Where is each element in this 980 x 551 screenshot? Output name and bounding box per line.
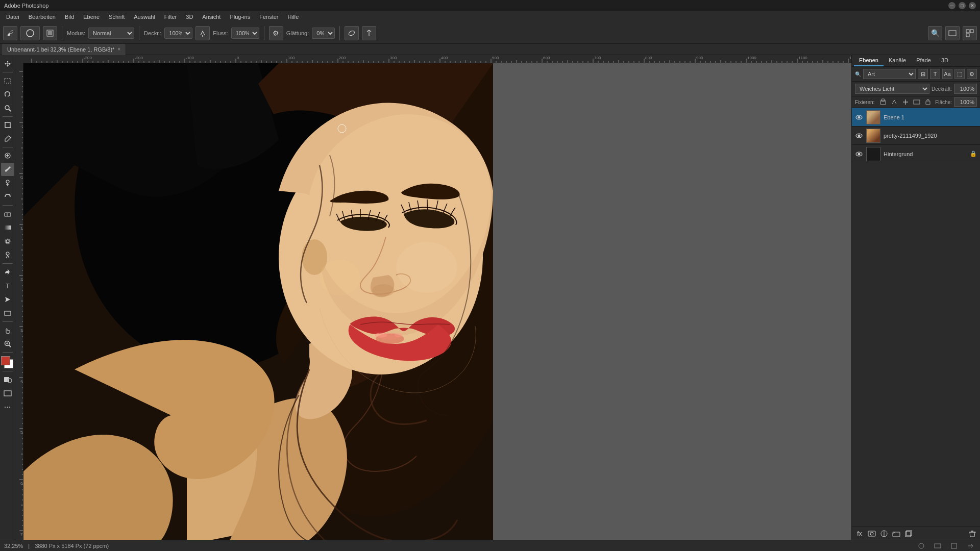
status-icon-4[interactable]: [965, 540, 976, 552]
tool-hand[interactable]: [1, 323, 14, 337]
tool-healing[interactable]: [1, 149, 14, 162]
new-layer-button[interactable]: [903, 528, 914, 539]
modus-select[interactable]: Normal Auflösen Abdunkeln Multiplizieren…: [88, 28, 134, 39]
tool-screen-mode[interactable]: [1, 387, 14, 400]
status-icon-2[interactable]: [932, 540, 943, 552]
tool-move[interactable]: [1, 57, 14, 70]
fill-input[interactable]: [954, 97, 977, 107]
svg-point-10: [5, 106, 9, 110]
tab-ebenen[interactable]: Ebenen: [854, 55, 884, 66]
menu-schrift[interactable]: Schrift: [105, 13, 129, 21]
add-mask-button[interactable]: [866, 528, 877, 539]
layer-visibility-pretty[interactable]: [855, 132, 863, 140]
filter-icon-btn-4[interactable]: ⬚: [954, 69, 965, 79]
blend-mode-select[interactable]: Weiches Licht Normal Multiplizieren Aufh…: [855, 84, 929, 94]
canvas-area[interactable]: // Ruler ticks will be generated in JS b…: [15, 55, 851, 540]
fluss-select[interactable]: 100%: [231, 28, 259, 39]
tool-text[interactable]: T: [1, 279, 14, 292]
lock-transparent-btn[interactable]: [878, 97, 888, 107]
tool-quick-mask[interactable]: [1, 373, 14, 386]
tool-eyedropper[interactable]: [1, 132, 14, 145]
tool-clone-stamp[interactable]: [1, 177, 14, 190]
layer-item-hintergrund[interactable]: Hintergrund 🔒: [852, 145, 980, 163]
search-btn[interactable]: 🔍: [928, 26, 942, 40]
smoothing-settings-btn[interactable]: ⚙: [269, 26, 283, 40]
layer-item-ebene1[interactable]: Ebene 1: [852, 108, 980, 127]
filter-icon-btn-2[interactable]: T: [930, 69, 940, 79]
filter-select[interactable]: Art: [863, 69, 916, 79]
tool-zoom[interactable]: [1, 337, 14, 350]
add-group-button[interactable]: [891, 528, 902, 539]
deckraft-select[interactable]: 100%: [164, 28, 192, 39]
svg-point-20: [6, 240, 9, 243]
layer-visibility-ebene1[interactable]: [855, 113, 863, 121]
menu-plugins[interactable]: Plug-ins: [226, 13, 254, 21]
menu-auswahl[interactable]: Auswahl: [130, 13, 159, 21]
glattung-label: Glättung:: [286, 30, 309, 36]
menu-hilfe[interactable]: Hilfe: [283, 13, 303, 21]
tool-shape[interactable]: [1, 307, 14, 320]
tool-marquee[interactable]: [1, 74, 14, 87]
svg-rect-23: [5, 311, 11, 315]
layer-name-hintergrund: Hintergrund: [884, 151, 967, 157]
airbrush-btn[interactable]: [195, 26, 210, 40]
tool-blur[interactable]: [1, 235, 14, 248]
close-button[interactable]: ✕: [969, 2, 976, 9]
brush-angle-btn[interactable]: [345, 26, 359, 40]
brush-tool-icon[interactable]: 🖌: [3, 26, 17, 40]
menu-filter[interactable]: Filter: [160, 13, 181, 21]
ruler-vertical: -1000100200300400500600700: [15, 63, 23, 540]
tool-crop[interactable]: [1, 118, 14, 132]
image-canvas[interactable]: [23, 63, 851, 540]
tab-kanale[interactable]: Kanäle: [884, 55, 911, 66]
color-swatches[interactable]: [1, 356, 14, 369]
svg-text:0: 0: [237, 56, 239, 60]
toggle-brush-btn[interactable]: [43, 26, 57, 40]
layer-visibility-hintergrund[interactable]: [855, 150, 863, 158]
doc-tab-item[interactable]: Unbenannt-1 bei 32,3% (Ebene 1, RGB/8)* …: [2, 44, 126, 55]
menu-bild[interactable]: Bild: [61, 13, 78, 21]
tool-pen[interactable]: [1, 265, 14, 279]
tab-3d[interactable]: 3D: [936, 55, 953, 66]
add-adjustment-button[interactable]: [878, 528, 890, 539]
fx-button[interactable]: fx: [854, 528, 865, 539]
tool-lasso[interactable]: [1, 88, 14, 101]
workspace-btn[interactable]: [945, 26, 960, 40]
tool-more[interactable]: ···: [1, 400, 14, 414]
tool-quick-select[interactable]: [1, 102, 14, 115]
opacity-input[interactable]: [954, 84, 977, 94]
menu-ebene[interactable]: Ebene: [79, 13, 104, 21]
status-icon-3[interactable]: [948, 540, 960, 552]
tool-gradient[interactable]: [1, 221, 14, 234]
filter-icon-btn-1[interactable]: ⊞: [918, 69, 928, 79]
lock-position-btn[interactable]: [901, 97, 910, 107]
tool-brush[interactable]: [1, 163, 14, 176]
tool-path-select[interactable]: [1, 293, 14, 306]
filter-icon-btn-5[interactable]: ⚙: [967, 69, 977, 79]
menu-ansicht[interactable]: Ansicht: [198, 13, 225, 21]
tab-pfade[interactable]: Pfade: [911, 55, 936, 66]
filter-icon-btn-3[interactable]: Aa: [942, 69, 952, 79]
status-icon-1[interactable]: [916, 540, 927, 552]
lock-artboard-btn[interactable]: [912, 97, 921, 107]
symmetry-btn[interactable]: [362, 26, 376, 40]
maximize-button[interactable]: □: [959, 2, 966, 9]
menu-datei[interactable]: Datei: [2, 13, 23, 21]
layer-item-pretty[interactable]: pretty-2111499_1920: [852, 127, 980, 145]
svg-point-317: [375, 333, 387, 338]
delete-layer-button[interactable]: [967, 528, 978, 539]
glattung-select[interactable]: 0%: [312, 28, 335, 39]
brush-preset-btn[interactable]: [20, 26, 40, 40]
arrange-btn[interactable]: [963, 26, 977, 40]
menu-3d[interactable]: 3D: [182, 13, 197, 21]
tool-dodge[interactable]: [1, 248, 14, 262]
tool-history-brush[interactable]: [1, 190, 14, 204]
menu-bearbeiten[interactable]: Bearbeiten: [24, 13, 60, 21]
lock-image-btn[interactable]: [890, 97, 899, 107]
minimize-button[interactable]: ─: [948, 2, 955, 9]
svg-text:200: 200: [339, 56, 346, 60]
lock-all-btn[interactable]: [923, 97, 933, 107]
menu-fenster[interactable]: Fenster: [255, 13, 282, 21]
tool-eraser[interactable]: [1, 207, 14, 220]
doc-tab-close[interactable]: ×: [117, 46, 120, 52]
